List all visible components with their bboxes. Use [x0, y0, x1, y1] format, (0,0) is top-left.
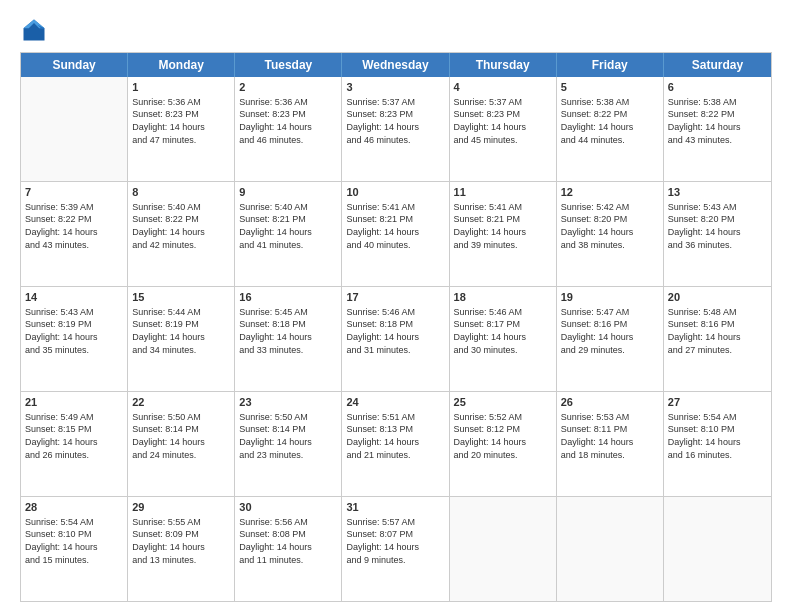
cell-info: Sunrise: 5:43 AM Sunset: 8:20 PM Dayligh…: [668, 201, 767, 251]
calendar-cell: 29Sunrise: 5:55 AM Sunset: 8:09 PM Dayli…: [128, 497, 235, 601]
cell-day-number: 7: [25, 185, 123, 200]
cell-info: Sunrise: 5:49 AM Sunset: 8:15 PM Dayligh…: [25, 411, 123, 461]
calendar-cell: 9Sunrise: 5:40 AM Sunset: 8:21 PM Daylig…: [235, 182, 342, 286]
calendar-header-cell: Friday: [557, 53, 664, 77]
calendar-cell: 12Sunrise: 5:42 AM Sunset: 8:20 PM Dayli…: [557, 182, 664, 286]
cell-info: Sunrise: 5:37 AM Sunset: 8:23 PM Dayligh…: [454, 96, 552, 146]
calendar-cell: 30Sunrise: 5:56 AM Sunset: 8:08 PM Dayli…: [235, 497, 342, 601]
page: SundayMondayTuesdayWednesdayThursdayFrid…: [0, 0, 792, 612]
calendar: SundayMondayTuesdayWednesdayThursdayFrid…: [20, 52, 772, 602]
cell-info: Sunrise: 5:46 AM Sunset: 8:18 PM Dayligh…: [346, 306, 444, 356]
cell-day-number: 17: [346, 290, 444, 305]
logo: [20, 16, 52, 44]
calendar-cell: 14Sunrise: 5:43 AM Sunset: 8:19 PM Dayli…: [21, 287, 128, 391]
calendar-header-cell: Thursday: [450, 53, 557, 77]
cell-info: Sunrise: 5:44 AM Sunset: 8:19 PM Dayligh…: [132, 306, 230, 356]
calendar-header-cell: Tuesday: [235, 53, 342, 77]
cell-info: Sunrise: 5:43 AM Sunset: 8:19 PM Dayligh…: [25, 306, 123, 356]
calendar-header-cell: Sunday: [21, 53, 128, 77]
calendar-cell: 27Sunrise: 5:54 AM Sunset: 8:10 PM Dayli…: [664, 392, 771, 496]
cell-info: Sunrise: 5:50 AM Sunset: 8:14 PM Dayligh…: [132, 411, 230, 461]
cell-day-number: 25: [454, 395, 552, 410]
calendar-cell: 13Sunrise: 5:43 AM Sunset: 8:20 PM Dayli…: [664, 182, 771, 286]
cell-info: Sunrise: 5:39 AM Sunset: 8:22 PM Dayligh…: [25, 201, 123, 251]
cell-day-number: 1: [132, 80, 230, 95]
cell-day-number: 15: [132, 290, 230, 305]
cell-day-number: 18: [454, 290, 552, 305]
calendar-cell: [557, 497, 664, 601]
calendar-body: 1Sunrise: 5:36 AM Sunset: 8:23 PM Daylig…: [21, 77, 771, 601]
calendar-header-cell: Monday: [128, 53, 235, 77]
calendar-cell: 21Sunrise: 5:49 AM Sunset: 8:15 PM Dayli…: [21, 392, 128, 496]
calendar-cell: 3Sunrise: 5:37 AM Sunset: 8:23 PM Daylig…: [342, 77, 449, 181]
calendar-cell: 17Sunrise: 5:46 AM Sunset: 8:18 PM Dayli…: [342, 287, 449, 391]
cell-day-number: 10: [346, 185, 444, 200]
cell-info: Sunrise: 5:40 AM Sunset: 8:22 PM Dayligh…: [132, 201, 230, 251]
cell-info: Sunrise: 5:54 AM Sunset: 8:10 PM Dayligh…: [25, 516, 123, 566]
cell-day-number: 30: [239, 500, 337, 515]
cell-day-number: 20: [668, 290, 767, 305]
calendar-cell: 31Sunrise: 5:57 AM Sunset: 8:07 PM Dayli…: [342, 497, 449, 601]
cell-info: Sunrise: 5:51 AM Sunset: 8:13 PM Dayligh…: [346, 411, 444, 461]
calendar-row: 28Sunrise: 5:54 AM Sunset: 8:10 PM Dayli…: [21, 497, 771, 601]
calendar-cell: 11Sunrise: 5:41 AM Sunset: 8:21 PM Dayli…: [450, 182, 557, 286]
cell-day-number: 19: [561, 290, 659, 305]
calendar-cell: 28Sunrise: 5:54 AM Sunset: 8:10 PM Dayli…: [21, 497, 128, 601]
calendar-cell: 18Sunrise: 5:46 AM Sunset: 8:17 PM Dayli…: [450, 287, 557, 391]
cell-day-number: 22: [132, 395, 230, 410]
cell-info: Sunrise: 5:36 AM Sunset: 8:23 PM Dayligh…: [132, 96, 230, 146]
cell-day-number: 31: [346, 500, 444, 515]
cell-info: Sunrise: 5:38 AM Sunset: 8:22 PM Dayligh…: [561, 96, 659, 146]
cell-info: Sunrise: 5:53 AM Sunset: 8:11 PM Dayligh…: [561, 411, 659, 461]
cell-info: Sunrise: 5:46 AM Sunset: 8:17 PM Dayligh…: [454, 306, 552, 356]
calendar-cell: 6Sunrise: 5:38 AM Sunset: 8:22 PM Daylig…: [664, 77, 771, 181]
calendar-cell: 7Sunrise: 5:39 AM Sunset: 8:22 PM Daylig…: [21, 182, 128, 286]
cell-info: Sunrise: 5:41 AM Sunset: 8:21 PM Dayligh…: [346, 201, 444, 251]
cell-day-number: 13: [668, 185, 767, 200]
logo-icon: [20, 16, 48, 44]
cell-day-number: 11: [454, 185, 552, 200]
cell-day-number: 5: [561, 80, 659, 95]
cell-info: Sunrise: 5:47 AM Sunset: 8:16 PM Dayligh…: [561, 306, 659, 356]
calendar-row: 1Sunrise: 5:36 AM Sunset: 8:23 PM Daylig…: [21, 77, 771, 182]
cell-info: Sunrise: 5:54 AM Sunset: 8:10 PM Dayligh…: [668, 411, 767, 461]
cell-info: Sunrise: 5:36 AM Sunset: 8:23 PM Dayligh…: [239, 96, 337, 146]
cell-day-number: 9: [239, 185, 337, 200]
cell-info: Sunrise: 5:50 AM Sunset: 8:14 PM Dayligh…: [239, 411, 337, 461]
cell-day-number: 21: [25, 395, 123, 410]
calendar-cell: 15Sunrise: 5:44 AM Sunset: 8:19 PM Dayli…: [128, 287, 235, 391]
cell-day-number: 24: [346, 395, 444, 410]
cell-info: Sunrise: 5:56 AM Sunset: 8:08 PM Dayligh…: [239, 516, 337, 566]
cell-day-number: 27: [668, 395, 767, 410]
calendar-cell: 20Sunrise: 5:48 AM Sunset: 8:16 PM Dayli…: [664, 287, 771, 391]
calendar-header-cell: Wednesday: [342, 53, 449, 77]
cell-day-number: 14: [25, 290, 123, 305]
cell-info: Sunrise: 5:55 AM Sunset: 8:09 PM Dayligh…: [132, 516, 230, 566]
cell-info: Sunrise: 5:42 AM Sunset: 8:20 PM Dayligh…: [561, 201, 659, 251]
cell-day-number: 2: [239, 80, 337, 95]
calendar-row: 7Sunrise: 5:39 AM Sunset: 8:22 PM Daylig…: [21, 182, 771, 287]
calendar-cell: 16Sunrise: 5:45 AM Sunset: 8:18 PM Dayli…: [235, 287, 342, 391]
cell-info: Sunrise: 5:48 AM Sunset: 8:16 PM Dayligh…: [668, 306, 767, 356]
calendar-cell: [664, 497, 771, 601]
calendar-cell: 10Sunrise: 5:41 AM Sunset: 8:21 PM Dayli…: [342, 182, 449, 286]
calendar-cell: 23Sunrise: 5:50 AM Sunset: 8:14 PM Dayli…: [235, 392, 342, 496]
cell-info: Sunrise: 5:52 AM Sunset: 8:12 PM Dayligh…: [454, 411, 552, 461]
calendar-cell: 26Sunrise: 5:53 AM Sunset: 8:11 PM Dayli…: [557, 392, 664, 496]
cell-day-number: 3: [346, 80, 444, 95]
cell-info: Sunrise: 5:40 AM Sunset: 8:21 PM Dayligh…: [239, 201, 337, 251]
cell-day-number: 28: [25, 500, 123, 515]
cell-day-number: 29: [132, 500, 230, 515]
calendar-cell: [21, 77, 128, 181]
calendar-cell: 22Sunrise: 5:50 AM Sunset: 8:14 PM Dayli…: [128, 392, 235, 496]
cell-day-number: 4: [454, 80, 552, 95]
cell-day-number: 6: [668, 80, 767, 95]
cell-info: Sunrise: 5:45 AM Sunset: 8:18 PM Dayligh…: [239, 306, 337, 356]
calendar-row: 21Sunrise: 5:49 AM Sunset: 8:15 PM Dayli…: [21, 392, 771, 497]
cell-day-number: 12: [561, 185, 659, 200]
calendar-row: 14Sunrise: 5:43 AM Sunset: 8:19 PM Dayli…: [21, 287, 771, 392]
calendar-cell: 4Sunrise: 5:37 AM Sunset: 8:23 PM Daylig…: [450, 77, 557, 181]
calendar-header-row: SundayMondayTuesdayWednesdayThursdayFrid…: [21, 53, 771, 77]
calendar-cell: 24Sunrise: 5:51 AM Sunset: 8:13 PM Dayli…: [342, 392, 449, 496]
calendar-cell: [450, 497, 557, 601]
